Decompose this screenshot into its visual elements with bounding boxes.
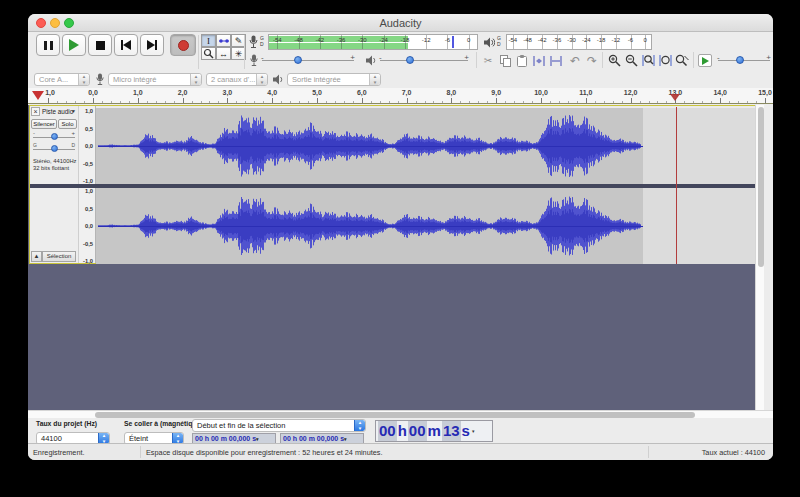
- playback-volume-slider[interactable]: - +: [380, 55, 468, 65]
- fit-selection-button[interactable]: [640, 53, 656, 68]
- vertical-scrollbar[interactable]: [755, 105, 764, 427]
- timeline-minor-tick: [657, 101, 658, 104]
- recording-meter[interactable]: -54-48-42-36-30-24-18-12-60: [268, 34, 478, 50]
- fit-selection-icon: [642, 54, 655, 67]
- timeline-label: 3,0: [223, 89, 233, 96]
- pause-icon: [37, 35, 59, 55]
- fit-project-button[interactable]: [657, 53, 673, 68]
- amplitude-scale-label: 0,0: [85, 223, 93, 229]
- play-speed-slider[interactable]: - +: [718, 55, 770, 65]
- collapse-label[interactable]: Sélection: [42, 251, 76, 262]
- paste-button[interactable]: [514, 53, 530, 68]
- timeline-minor-tick: [577, 101, 578, 104]
- timeline-label: 7,0: [402, 89, 412, 96]
- playback-volume-thumb[interactable]: [406, 56, 414, 64]
- timeline-minor-tick: [550, 101, 551, 104]
- amplitude-scale-label: 0,5: [85, 206, 93, 212]
- mute-button[interactable]: Silencer: [31, 119, 57, 129]
- timeline-tick: [272, 98, 273, 103]
- track-pan-thumb[interactable]: [51, 145, 58, 152]
- audacity-window: Audacity I ✎ ↔ ✳ GD -54-48-42-36-30-2: [28, 14, 773, 460]
- zoom-toggle-button[interactable]: [674, 53, 690, 68]
- timeline-minor-tick: [353, 101, 354, 104]
- audio-host-select[interactable]: Core A...▲▼: [34, 73, 90, 86]
- collapse-arrow-icon[interactable]: ▲: [31, 251, 42, 262]
- audio-track[interactable]: × Piste audio ▼ Silencer Solo - + G D: [29, 105, 763, 264]
- playback-meter-channel-labels: GD: [497, 35, 501, 47]
- record-meter-channel-labels: GD: [260, 35, 264, 47]
- timeline-minor-tick: [738, 101, 739, 104]
- zoom-out-button[interactable]: [623, 53, 639, 68]
- playback-meter-speaker-icon: [484, 37, 495, 48]
- waveform-channel-left[interactable]: [96, 108, 763, 184]
- play-at-speed-button[interactable]: [698, 54, 712, 67]
- scissors-icon: ✂: [484, 55, 492, 66]
- recording-volume-thumb[interactable]: [294, 56, 302, 64]
- timeline-ruler[interactable]: 1,00,01,02,03,04,05,06,07,08,09,010,011,…: [28, 88, 773, 104]
- solo-button[interactable]: Solo: [58, 119, 77, 129]
- cut-button[interactable]: ✂: [480, 53, 496, 68]
- track-gain-slider[interactable]: - +: [33, 132, 75, 142]
- screenshot-root: Audacity I ✎ ↔ ✳ GD -54-48-42-36-30-2: [0, 0, 800, 497]
- track-gain-thumb[interactable]: [51, 133, 58, 140]
- status-separator: [648, 446, 649, 458]
- envelope-tool-button[interactable]: [216, 34, 231, 47]
- zoom-tool-button[interactable]: [201, 47, 216, 60]
- track-menu-dropdown-icon[interactable]: ▼: [71, 108, 76, 114]
- track-collapse-control[interactable]: ▲ Sélection: [31, 251, 76, 262]
- output-device-select[interactable]: Sortie intégrée▲▼: [287, 73, 381, 86]
- field-dropdown-icon[interactable]: ▾: [256, 436, 259, 442]
- copy-button[interactable]: [497, 53, 513, 68]
- timeline-tick: [48, 98, 49, 103]
- pinned-playhead-icon[interactable]: [32, 91, 44, 100]
- play-button[interactable]: [62, 34, 86, 56]
- undo-button[interactable]: ↶: [567, 53, 583, 68]
- timeline-label: 6,0: [357, 89, 367, 96]
- input-device-select[interactable]: Micro intégré▲▼: [108, 73, 202, 86]
- trim-audio-button[interactable]: [531, 53, 547, 68]
- field-dropdown-icon[interactable]: ▾: [344, 436, 347, 442]
- timeline-minor-tick: [335, 101, 336, 104]
- waveform-channel-right[interactable]: [96, 188, 763, 264]
- amplitude-scale-label: 1,0: [85, 188, 93, 194]
- timeline-label: 9,0: [491, 89, 501, 96]
- meter-tick-label: -42: [538, 37, 547, 43]
- silence-audio-button[interactable]: [548, 53, 564, 68]
- vertical-scrollbar-thumb[interactable]: [758, 107, 764, 267]
- trim-icon: [533, 55, 545, 67]
- track-area-background[interactable]: × Piste audio ▼ Silencer Solo - + G D: [28, 105, 764, 424]
- selection-mode-select[interactable]: Début et fin de la sélection▲▼: [192, 419, 366, 432]
- input-channels-select[interactable]: 2 canaux d'...▲▼: [206, 73, 268, 86]
- playhead-marker-icon[interactable]: [670, 94, 680, 101]
- timeline-label: 12,0: [624, 89, 638, 96]
- redo-button[interactable]: ↷: [584, 53, 600, 68]
- titlebar[interactable]: Audacity: [28, 14, 773, 32]
- selection-tool-button[interactable]: I: [201, 34, 216, 47]
- field-dropdown-icon[interactable]: ▾: [472, 428, 475, 434]
- timeline-label: 1,0: [45, 89, 55, 96]
- playback-meter[interactable]: -54-48-42-36-30-24-18-12-60: [506, 34, 652, 50]
- zoom-in-button[interactable]: [606, 53, 622, 68]
- skip-to-end-button[interactable]: [140, 34, 164, 56]
- timeline-minor-tick: [192, 101, 193, 104]
- stepper-icon: ▲▼: [190, 74, 201, 85]
- skip-to-start-button[interactable]: [114, 34, 138, 56]
- horizontal-scrollbar[interactable]: [28, 410, 773, 418]
- meter-tick-label: -30: [567, 37, 576, 43]
- timeline-tick: [183, 98, 184, 103]
- track-pan-slider[interactable]: G D: [33, 144, 75, 154]
- stop-button[interactable]: [88, 34, 112, 56]
- timeline-minor-tick: [380, 101, 381, 104]
- record-button[interactable]: [170, 34, 196, 56]
- recording-volume-slider[interactable]: - +: [262, 55, 354, 65]
- pause-button[interactable]: [36, 34, 60, 56]
- track-close-button[interactable]: ×: [31, 107, 40, 116]
- position-minutes: 00: [408, 421, 427, 441]
- timeline-minor-tick: [442, 101, 443, 104]
- play-speed-thumb[interactable]: [736, 56, 744, 64]
- timeline-minor-tick: [613, 101, 614, 104]
- timeshift-tool-button[interactable]: ↔: [216, 47, 231, 60]
- audio-position-display[interactable]: 00 h 00 m 13 s ▾: [375, 420, 493, 442]
- ibeam-icon: I: [207, 36, 210, 46]
- track-title[interactable]: Piste audio: [42, 108, 73, 115]
